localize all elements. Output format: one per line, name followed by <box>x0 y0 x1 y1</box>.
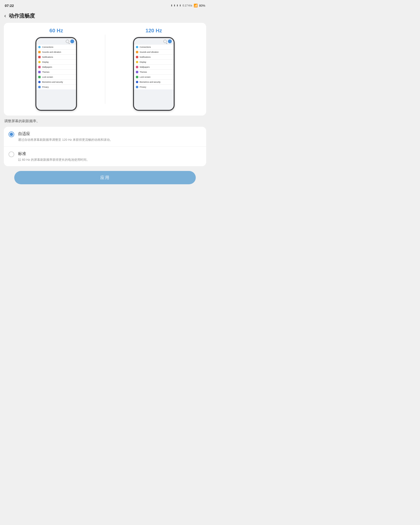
menu-icon-bio-60 <box>38 81 41 83</box>
option-standard-title: 标准 <box>18 151 90 157</box>
phone-search-icon-120 <box>164 40 167 43</box>
option-adaptive[interactable]: 自适应 通过自动将屏幕刷新频率调整至 120 Hz 来获得更流畅的动画和滚动。 <box>4 127 206 146</box>
menu-item-themes-60: Themes <box>36 70 76 75</box>
menu-icon-lock-60 <box>38 76 41 78</box>
apply-button[interactable]: 应用 <box>14 171 196 184</box>
option-standard-text: 标准 以 60 Hz 的屏幕刷新频率获得更长的电池使用时间。 <box>18 151 90 162</box>
wifi-icon: 📶 <box>194 4 198 7</box>
option-adaptive-text: 自适应 通过自动将屏幕刷新频率调整至 120 Hz 来获得更流畅的动画和滚动。 <box>18 131 113 142</box>
menu-icon-display-60 <box>38 61 41 63</box>
menu-item-privacy-120: Privacy <box>134 85 174 89</box>
menu-icon-wallpaper-60 <box>38 66 41 68</box>
menu-item-notif-60: Notifications <box>36 55 76 60</box>
page-title: 动作流畅度 <box>9 12 35 19</box>
menu-icon-notif-60 <box>38 56 41 58</box>
phone-search-icon-60 <box>66 40 69 43</box>
download-arrows: ⬇ ⬇ ⬇ ⬇ <box>171 4 181 7</box>
menu-item-lock-120: Lock screen <box>134 75 174 80</box>
menu-item-display-60: Display <box>36 60 76 65</box>
down-arrow-1: ⬇ <box>171 4 173 7</box>
menu-icon-wallpaper-120 <box>136 66 138 68</box>
phone-avatar-60 <box>70 39 74 43</box>
phone-avatar-120 <box>168 39 172 43</box>
menu-item-bio-120: Biometrics and security <box>134 80 174 85</box>
phone-menu-120: Connections Sounds and vibration Notific… <box>134 44 174 90</box>
menu-icon-privacy-60 <box>38 86 41 88</box>
hz60-label: 60 Hz <box>49 28 63 34</box>
down-arrow-4: ⬇ <box>179 4 181 7</box>
menu-icon-privacy-120 <box>136 86 138 88</box>
menu-item-privacy-60: Privacy <box>36 85 76 89</box>
menu-item-notif-120: Notifications <box>134 55 174 60</box>
menu-icon-display-120 <box>136 61 138 63</box>
menu-item-lock-60: Lock screen <box>36 75 76 80</box>
phone-topbar-120 <box>134 38 174 44</box>
menu-item-wallpaper-120: Wallpapers <box>134 65 174 70</box>
phone-mockup-120: Connections Sounds and vibration Notific… <box>133 37 175 111</box>
menu-icon-lock-120 <box>136 76 138 78</box>
down-arrow-2: ⬇ <box>173 4 175 7</box>
radio-standard[interactable] <box>9 151 14 157</box>
apply-button-wrap: 应用 <box>14 171 196 184</box>
menu-item-sound-120: Sounds and vibration <box>134 50 174 55</box>
hz60-side: 60 Hz Connections Sounds and vibration N… <box>8 28 105 111</box>
description-text: 调整屏幕的刷新频率。 <box>4 119 206 123</box>
phone-mockup-60: Connections Sounds and vibration Notific… <box>35 37 77 111</box>
menu-icon-sound-60 <box>38 51 41 53</box>
status-bar: 07:22 ⬇ ⬇ ⬇ ⬇ 0.17 K/s 📶 80% <box>0 0 210 10</box>
radio-adaptive-inner <box>10 133 13 136</box>
menu-item-wallpaper-60: Wallpapers <box>36 65 76 70</box>
network-speed: 0.17 K/s <box>183 4 192 7</box>
hz120-label: 120 Hz <box>145 28 162 34</box>
option-standard-desc: 以 60 Hz 的屏幕刷新频率获得更长的电池使用时间。 <box>18 157 90 162</box>
comparison-card: 60 Hz Connections Sounds and vibration N… <box>4 23 206 116</box>
option-adaptive-title: 自适应 <box>18 131 113 136</box>
menu-item-sound-60: Sounds and vibration <box>36 50 76 55</box>
menu-item-themes-120: Themes <box>134 70 174 75</box>
phone-topbar-60 <box>36 38 76 44</box>
option-standard[interactable]: 标准 以 60 Hz 的屏幕刷新频率获得更长的电池使用时间。 <box>4 146 206 167</box>
radio-adaptive[interactable] <box>9 131 14 137</box>
options-card: 自适应 通过自动将屏幕刷新频率调整至 120 Hz 来获得更流畅的动画和滚动。 … <box>4 127 206 166</box>
menu-icon-notif-120 <box>136 56 138 58</box>
menu-item-display-120: Display <box>134 60 174 65</box>
menu-item-connections-60: Connections <box>36 45 76 50</box>
phone-screen-120: Connections Sounds and vibration Notific… <box>134 38 174 110</box>
menu-icon-bio-120 <box>136 81 138 83</box>
menu-icon-sound-120 <box>136 51 138 53</box>
option-adaptive-desc: 通过自动将屏幕刷新频率调整至 120 Hz 来获得更流畅的动画和滚动。 <box>18 137 113 142</box>
status-icons: ⬇ ⬇ ⬇ ⬇ 0.17 K/s 📶 80% <box>171 4 205 7</box>
header: ‹ 动作流畅度 <box>0 10 210 23</box>
phone-screen-60: Connections Sounds and vibration Notific… <box>36 38 76 110</box>
hz-comparison: 60 Hz Connections Sounds and vibration N… <box>8 28 202 111</box>
status-time: 07:22 <box>5 4 14 8</box>
down-arrow-3: ⬇ <box>176 4 178 7</box>
menu-icon-themes-120 <box>136 71 138 73</box>
battery-level: 80% <box>199 4 205 7</box>
menu-icon-wifi-120 <box>136 46 138 48</box>
hz120-side: 120 Hz Connections Sounds and vibration … <box>105 28 203 111</box>
menu-item-bio-60: Biometrics and security <box>36 80 76 85</box>
menu-icon-themes-60 <box>38 71 41 73</box>
menu-item-connections-120: Connections <box>134 45 174 50</box>
back-button[interactable]: ‹ <box>4 13 6 19</box>
phone-menu-60: Connections Sounds and vibration Notific… <box>36 44 76 90</box>
menu-icon-wifi-60 <box>38 46 41 48</box>
